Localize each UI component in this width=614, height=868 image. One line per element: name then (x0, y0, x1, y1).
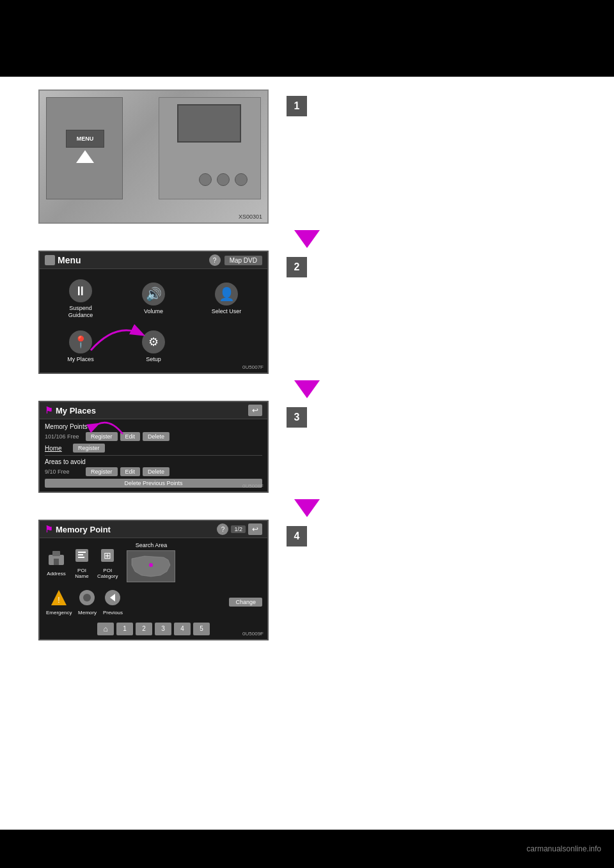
myplaces-screen: ⚑ My Places ↩ Memory Points 101/106 (38, 401, 269, 493)
volume-label: Volume (144, 308, 163, 315)
number-btn-1[interactable]: 1 (116, 623, 133, 635)
svg-rect-6 (78, 557, 84, 558)
step-3-row: ⚑ My Places ↩ Memory Points 101/106 (38, 401, 576, 493)
menu-button-sim[interactable]: MENU (66, 130, 104, 148)
register-arrow-svg (84, 405, 148, 437)
map-dvd-button[interactable]: Map DVD (224, 256, 262, 265)
bottom-bar: carmanualsonline.info (0, 830, 614, 868)
poi-category-icon: ⊞ (97, 545, 118, 566)
svg-point-14 (83, 594, 91, 601)
svg-text:!: ! (58, 596, 60, 605)
curved-arrow-svg (78, 315, 155, 353)
areas-avoid-delete-btn[interactable]: Delete (143, 467, 169, 476)
top-bar (0, 0, 614, 77)
areas-avoid-count: 9/10 Free (45, 469, 83, 475)
number-btn-3[interactable]: 3 (155, 623, 171, 635)
delete-previous-points-btn[interactable]: Delete Previous Points (45, 479, 262, 488)
arrow-2-container (173, 378, 441, 401)
emergency-label: Emergency (46, 610, 72, 616)
memory-point-title: ⚑ Memory Point (45, 524, 111, 534)
poi-name-item[interactable]: POIName (70, 542, 93, 582)
previous-item[interactable]: Previous (101, 585, 124, 619)
areas-avoid-title: Areas to avoid (45, 458, 262, 465)
address-item[interactable]: Address (45, 542, 68, 582)
screen-code-3: 0U5008F (242, 483, 264, 489)
arrow-down-2 (294, 380, 320, 398)
step-badge-1: 1 (287, 96, 307, 116)
knobs-area (199, 173, 248, 186)
svg-rect-4 (78, 552, 86, 553)
step-2-row: Menu ? Map DVD (38, 251, 576, 374)
step-2-left: Menu ? Map DVD (38, 251, 307, 374)
menu-title-icon (45, 255, 55, 265)
mempoint-help-btn[interactable]: ? (217, 523, 228, 535)
areas-avoid-edit-btn[interactable]: Edit (120, 467, 141, 476)
memory-point-header: ⚑ Memory Point ? 1/2 ↩ (40, 521, 267, 538)
knob-3[interactable] (235, 173, 248, 186)
areas-avoid-register-btn[interactable]: Register (86, 467, 118, 476)
memory-points-count: 101/106 Free (45, 433, 83, 440)
page-info: 1/2 (231, 525, 246, 533)
select-user-item[interactable]: 👤 Select User (191, 274, 262, 324)
change-button[interactable]: Change (229, 598, 262, 607)
arrow-3-container (173, 497, 441, 520)
menu-title: Menu (45, 255, 81, 265)
knob-2[interactable] (217, 173, 230, 186)
number-btn-2[interactable]: 2 (136, 623, 152, 635)
home-number-btn[interactable]: ⌂ (97, 623, 114, 635)
home-row: Home Register (45, 444, 262, 453)
select-user-icon: 👤 (215, 283, 238, 306)
poi-category-item[interactable]: ⊞ POICategory (96, 542, 119, 582)
step-3-left: ⚑ My Places ↩ Memory Points 101/106 (38, 401, 307, 493)
address-icon (46, 548, 67, 569)
knob-1[interactable] (199, 173, 212, 186)
step-badge-2: 2 (287, 257, 307, 277)
memory-point-body: Address POIName (40, 538, 267, 639)
previous-icon (102, 587, 123, 608)
memory-item[interactable]: Memory (75, 585, 98, 619)
screen-simulation (177, 104, 241, 143)
home-register-btn[interactable]: Register (73, 444, 105, 453)
step-4-row: ⚑ Memory Point ? 1/2 ↩ (38, 520, 576, 640)
poi-name-label: POIName (75, 568, 88, 580)
memory-points-title: Memory Points (45, 423, 262, 430)
step-1-left: MENU (38, 89, 307, 224)
svg-rect-2 (54, 559, 59, 565)
home-label[interactable]: Home (45, 445, 70, 452)
menu-arrow-up (76, 150, 94, 163)
number-btn-4[interactable]: 4 (174, 623, 191, 635)
myplaces-header: ⚑ My Places ↩ (40, 402, 267, 419)
memory-points-row: 101/106 Free Register Edit Delete (45, 432, 262, 441)
myplaces-back-button[interactable]: ↩ (248, 405, 262, 416)
svg-rect-1 (52, 551, 60, 556)
volume-icon: 🔊 (142, 283, 165, 306)
svg-text:⊞: ⊞ (104, 550, 111, 561)
search-area-map (127, 550, 175, 582)
step-1-right (307, 89, 576, 102)
mem-row2: ! Emergency Memory (45, 585, 262, 619)
head-unit (159, 97, 261, 199)
menu-label: MENU (77, 136, 94, 142)
search-area-container: Search Area (127, 542, 175, 582)
emergency-icon: ! (49, 587, 69, 608)
emergency-item[interactable]: ! Emergency (45, 585, 73, 619)
mem-row1: Address POIName (45, 542, 262, 582)
screen-code-4: 0U5009F (242, 631, 264, 637)
step-3-image: ⚑ My Places ↩ Memory Points 101/106 (38, 401, 281, 493)
step-1-image: MENU (38, 89, 281, 224)
watermark: carmanualsonline.info (526, 844, 601, 853)
memory-label: Memory (78, 610, 97, 616)
content-area: MENU (0, 77, 614, 830)
step-4-left: ⚑ Memory Point ? 1/2 ↩ (38, 520, 307, 640)
step-3-right (307, 401, 576, 414)
myplaces-body: Memory Points 101/106 Free Register Edit… (40, 419, 267, 492)
mempoint-back-btn[interactable]: ↩ (248, 523, 262, 535)
menu-header: Menu ? Map DVD (40, 252, 267, 269)
help-button[interactable]: ? (209, 254, 221, 266)
select-user-label: Select User (212, 308, 242, 315)
image-code-1: XS00301 (239, 213, 262, 220)
svg-rect-5 (78, 554, 83, 555)
number-btn-5[interactable]: 5 (193, 623, 210, 635)
dashboard-inner: MENU (40, 91, 267, 222)
setup-label: Setup (146, 356, 161, 363)
